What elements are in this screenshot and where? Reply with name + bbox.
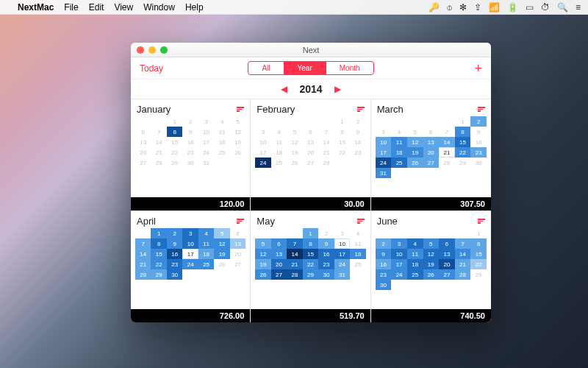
menu-file[interactable]: File — [64, 2, 78, 13]
menu-edit[interactable]: Edit — [89, 2, 104, 13]
day-cell[interactable]: 25 — [391, 158, 407, 168]
day-cell[interactable]: 5 — [407, 127, 423, 137]
day-cell[interactable]: 6 — [423, 127, 440, 137]
day-cell[interactable]: 10 — [198, 127, 214, 137]
day-cell[interactable]: 20 — [230, 249, 245, 259]
day-cell[interactable]: 11 — [407, 249, 423, 259]
day-cell[interactable]: 31 — [198, 158, 214, 168]
day-cell[interactable]: 3 — [391, 238, 407, 249]
day-cell[interactable]: 25 — [407, 269, 423, 280]
day-cell[interactable]: 13 — [439, 249, 455, 259]
day-cell[interactable]: 3 — [182, 228, 198, 238]
day-cell[interactable]: 9 — [318, 238, 334, 249]
day-cell[interactable]: 1 — [470, 228, 487, 238]
day-cell[interactable]: 9 — [376, 249, 392, 259]
day-cell[interactable]: 5 — [287, 127, 302, 137]
day-cell[interactable]: 27 — [230, 259, 245, 269]
day-cell[interactable]: 26 — [287, 158, 302, 168]
day-cell[interactable]: 8 — [303, 238, 318, 249]
segment-all[interactable]: All — [248, 62, 283, 74]
day-cell[interactable]: 29 — [455, 158, 471, 168]
day-cell[interactable]: 16 — [350, 137, 365, 147]
day-cell[interactable]: 18 — [198, 249, 214, 259]
filter-icon[interactable] — [357, 107, 365, 112]
segment-year[interactable]: Year — [284, 62, 326, 74]
filter-icon[interactable] — [237, 219, 244, 224]
day-cell[interactable]: 20 — [423, 147, 440, 158]
day-cell[interactable]: 9 — [167, 238, 182, 249]
day-cell[interactable]: 6 — [230, 228, 245, 238]
month-name[interactable]: June — [377, 216, 398, 227]
day-cell[interactable]: 13 — [303, 137, 318, 147]
day-cell[interactable]: 1 — [334, 116, 350, 127]
day-cell[interactable]: 8 — [334, 127, 350, 137]
day-cell[interactable]: 6 — [271, 238, 287, 249]
status-notifications-icon[interactable]: ≡ — [576, 2, 581, 13]
filter-icon[interactable] — [357, 219, 365, 224]
day-cell[interactable]: 21 — [318, 147, 334, 158]
day-cell[interactable]: 13 — [135, 137, 151, 147]
day-cell[interactable]: 23 — [350, 147, 365, 158]
day-cell[interactable]: 10 — [391, 249, 407, 259]
day-cell[interactable]: 6 — [439, 238, 455, 249]
day-cell[interactable]: 8 — [151, 238, 166, 249]
close-button[interactable] — [137, 46, 144, 54]
day-cell[interactable]: 17 — [182, 249, 198, 259]
day-cell[interactable]: 19 — [255, 259, 270, 269]
day-cell[interactable]: 11 — [271, 137, 287, 147]
day-cell[interactable]: 1 — [455, 116, 471, 127]
day-cell[interactable]: 14 — [439, 137, 455, 147]
day-cell[interactable]: 2 — [376, 238, 392, 249]
day-cell[interactable]: 6 — [303, 127, 318, 137]
day-cell[interactable]: 15 — [151, 249, 166, 259]
day-cell[interactable]: 5 — [255, 238, 270, 249]
filter-icon[interactable] — [478, 107, 485, 112]
day-cell[interactable]: 24 — [255, 158, 270, 168]
day-cell[interactable]: 25 — [350, 259, 365, 269]
day-cell[interactable]: 5 — [230, 116, 245, 127]
day-cell[interactable]: 27 — [271, 269, 287, 280]
day-cell[interactable]: 15 — [455, 137, 471, 147]
day-cell[interactable]: 27 — [423, 158, 440, 168]
status-bluetooth-icon[interactable]: ✻ — [459, 2, 467, 13]
day-cell[interactable]: 14 — [135, 249, 151, 259]
day-cell[interactable]: 11 — [198, 238, 214, 249]
day-cell[interactable]: 21 — [455, 259, 471, 269]
day-cell[interactable]: 19 — [287, 147, 302, 158]
day-cell[interactable]: 6 — [135, 127, 151, 137]
day-cell[interactable]: 9 — [182, 127, 198, 137]
day-cell[interactable]: 3 — [198, 116, 214, 127]
day-cell[interactable]: 22 — [470, 259, 487, 269]
minimize-button[interactable] — [148, 46, 156, 54]
day-cell[interactable]: 19 — [214, 249, 229, 259]
menu-view[interactable]: View — [114, 2, 133, 13]
day-cell[interactable]: 23 — [376, 269, 392, 280]
day-cell[interactable]: 18 — [350, 249, 365, 259]
day-cell[interactable]: 5 — [423, 238, 440, 249]
day-cell[interactable]: 22 — [151, 259, 166, 269]
day-cell[interactable]: 22 — [303, 259, 318, 269]
day-cell[interactable]: 16 — [182, 137, 198, 147]
day-cell[interactable]: 28 — [455, 269, 471, 280]
day-cell[interactable]: 20 — [271, 259, 287, 269]
day-cell[interactable]: 22 — [455, 147, 471, 158]
day-cell[interactable]: 28 — [135, 269, 151, 280]
month-name[interactable]: May — [257, 216, 275, 227]
menu-window[interactable]: Window — [143, 2, 175, 13]
day-cell[interactable]: 28 — [318, 158, 334, 168]
month-name[interactable]: February — [257, 104, 295, 115]
day-cell[interactable]: 4 — [271, 127, 287, 137]
status-spotlight-icon[interactable]: 🔍 — [557, 2, 568, 13]
day-cell[interactable]: 24 — [391, 269, 407, 280]
day-cell[interactable]: 25 — [271, 158, 287, 168]
window-titlebar[interactable]: Next — [131, 43, 491, 57]
day-cell[interactable]: 8 — [455, 127, 471, 137]
day-cell[interactable]: 7 — [318, 127, 334, 137]
day-cell[interactable]: 12 — [287, 137, 302, 147]
day-cell[interactable]: 26 — [230, 147, 245, 158]
day-cell[interactable]: 21 — [287, 259, 302, 269]
day-cell[interactable]: 21 — [151, 147, 166, 158]
day-cell[interactable]: 31 — [376, 168, 392, 178]
day-cell[interactable]: 12 — [230, 127, 245, 137]
day-cell[interactable]: 30 — [470, 158, 487, 168]
